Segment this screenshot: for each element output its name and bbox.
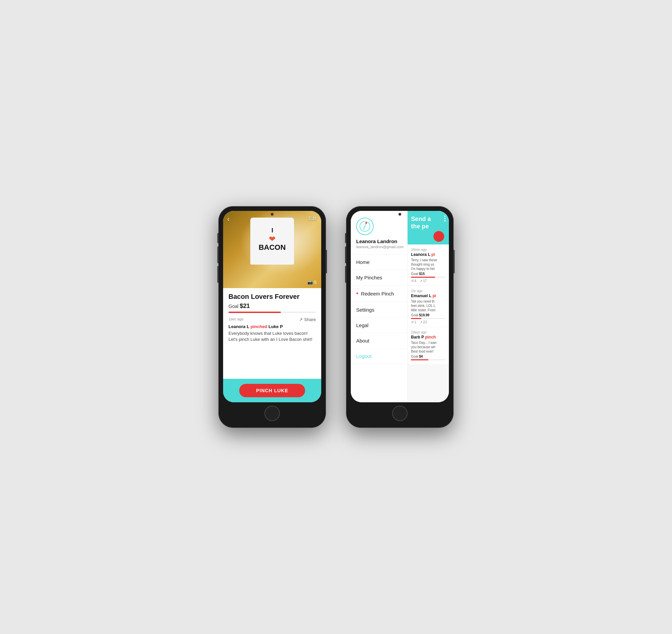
product-footer: PINCH LUKE: [223, 379, 321, 402]
profile-email: leanora_landron@gmail.com: [356, 245, 402, 249]
pinch-count-2: 1: [414, 320, 416, 324]
activity-feed: 10min ago Leanora L pi Terry, I saw thes…: [408, 244, 449, 402]
feed-desc-1: Terry, I saw thesethought omg yoI'm happ…: [411, 258, 445, 271]
feed-user-3: Barb P pinch: [411, 335, 445, 340]
feed-time-2: 1hr ago: [411, 289, 445, 293]
menu-about-label: About: [356, 338, 369, 343]
menu-item-about[interactable]: About: [351, 333, 407, 348]
share-label: Share: [304, 317, 316, 322]
feed-stats-2: ↺ 1 ↗ 23: [411, 320, 445, 324]
share-icon-1: ↗: [420, 279, 422, 283]
feed-panel: Send athe pe: [408, 211, 449, 402]
pinch-count-1: 4: [414, 279, 416, 283]
home-button-2[interactable]: [392, 406, 408, 421]
feed-progress-1: [411, 277, 445, 278]
teal-banner: Send athe pe: [408, 211, 449, 244]
phone2-screen: Leanora Landron leanora_landron@gmail.co…: [351, 211, 449, 402]
activity-verb: pinched: [251, 324, 268, 329]
svg-line-1: [364, 223, 366, 230]
feed-user-2: Emanuel L pi: [411, 293, 445, 298]
menu-items-list: Home My Pinches Redeem Pinch Settings Le: [351, 254, 407, 402]
feed-stat-pinch-2: ↺ 1: [411, 320, 416, 324]
phone2-btn-power: [454, 250, 455, 273]
pinch-icon-2: ↺: [411, 320, 414, 324]
menu-item-legal[interactable]: Legal: [351, 318, 407, 333]
menu-legal-label: Legal: [356, 322, 369, 328]
goal-row: Goal $21: [229, 302, 316, 310]
share-icon: ↗: [299, 317, 303, 322]
phone2-camera: [398, 213, 401, 216]
nav-menu: Leanora Landron leanora_landron@gmail.co…: [351, 211, 408, 402]
photo-count-value: 5: [314, 280, 317, 285]
feed-pinched-3: pinch: [425, 335, 436, 340]
product-image: I ❤ BACON ‹ Edit 📷 5: [223, 211, 321, 288]
share-count-1: 17: [423, 279, 427, 283]
feed-progress-2: [411, 318, 445, 319]
menu-item-redeem[interactable]: Redeem Pinch: [351, 286, 407, 302]
avatar: [356, 218, 374, 235]
phone1-screen: I ❤ BACON ‹ Edit 📷 5 Bacon Lovers Foreve…: [223, 211, 321, 402]
phone-1: I ❤ BACON ‹ Edit 📷 5 Bacon Lovers Foreve…: [218, 206, 326, 428]
feed-goal-2: Goal $19.99: [411, 313, 445, 317]
progress-bar: [229, 312, 316, 313]
feed-pinched-1: pi: [432, 252, 435, 257]
phone2-btn-vol-down: [345, 266, 346, 283]
avatar-image: [357, 218, 373, 235]
feed-user-1: Leanora L pi: [411, 252, 445, 257]
menu-redeem-label: Redeem Pinch: [361, 291, 394, 296]
menu-dots[interactable]: [444, 216, 445, 222]
goal-amount: $21: [240, 302, 250, 310]
feed-time-3: 2days ago: [411, 331, 445, 334]
shirt-bacon: BACON: [259, 243, 286, 252]
feed-desc-3: Taco Day... I wanyou because whBest food…: [411, 341, 445, 353]
phone1-btn-mute: [217, 233, 218, 243]
feed-stat-pinch-1: ↺ 4: [411, 279, 416, 283]
share-button[interactable]: ↗ Share: [299, 317, 316, 322]
pinch-button[interactable]: PINCH LUKE: [239, 384, 305, 397]
menu-pinches-label: My Pinches: [356, 275, 383, 281]
teal-circle-button[interactable]: [434, 231, 444, 242]
product-content: Bacon Lovers Forever Goal $21 1sec ago ↗…: [223, 288, 321, 379]
menu-item-my-pinches[interactable]: My Pinches: [351, 270, 407, 286]
home-button-1[interactable]: [264, 406, 280, 421]
feed-stat-share-1: ↗ 17: [420, 279, 427, 283]
goal-label: Goal: [229, 303, 238, 309]
feed-stats-1: ↺ 4 ↗ 17: [411, 279, 445, 283]
menu-item-settings[interactable]: Settings: [351, 302, 407, 318]
phone2-content: Leanora Landron leanora_landron@gmail.co…: [351, 211, 449, 402]
phone1-bottom: [223, 402, 321, 423]
shirt-graphic: I ❤ BACON: [250, 218, 294, 265]
scene: I ❤ BACON ‹ Edit 📷 5 Bacon Lovers Foreve…: [218, 206, 454, 428]
shirt-text-i: I: [272, 227, 273, 234]
feed-goal-1: Goal $15: [411, 272, 445, 276]
phone1-btn-vol-up: [217, 246, 218, 263]
phone1-content: I ❤ BACON ‹ Edit 📷 5 Bacon Lovers Foreve…: [223, 211, 321, 402]
product-title: Bacon Lovers Forever: [229, 293, 316, 300]
image-background: I ❤ BACON: [223, 211, 321, 288]
camera-icon: 📷: [307, 280, 313, 285]
edit-button[interactable]: Edit: [308, 216, 317, 221]
progress-fill: [229, 312, 281, 313]
phone-2: Leanora Landron leanora_landron@gmail.co…: [346, 206, 454, 428]
phone2-btn-mute: [345, 233, 346, 243]
dot-1: [444, 216, 445, 217]
feed-item-3: 2days ago Barb P pinch Taco Day... I wan…: [408, 327, 449, 365]
phone1-btn-vol-down: [217, 266, 218, 283]
send-text: Send athe pe: [411, 216, 431, 230]
phone2-bottom: [351, 402, 449, 423]
menu-item-logout[interactable]: Logout: [351, 348, 407, 364]
menu-settings-label: Settings: [356, 307, 374, 313]
menu-home-label: Home: [356, 259, 370, 265]
feed-progress-3: [411, 359, 445, 360]
profile-section: Leanora Landron leanora_landron@gmail.co…: [351, 211, 407, 254]
svg-point-2: [366, 222, 367, 224]
share-icon-2: ↗: [420, 320, 422, 324]
menu-item-home[interactable]: Home: [351, 254, 407, 270]
feed-progress-fill-3: [411, 359, 428, 360]
back-button[interactable]: ‹: [227, 215, 230, 224]
dot-2: [444, 218, 445, 219]
activity-row: 1sec ago ↗ Share: [229, 317, 316, 322]
feed-time-1: 10min ago: [411, 248, 445, 251]
feed-item-2: 1hr ago Emanuel L pi Tali you need thfee…: [408, 286, 449, 327]
activity-timestamp: 1sec ago: [229, 317, 244, 321]
